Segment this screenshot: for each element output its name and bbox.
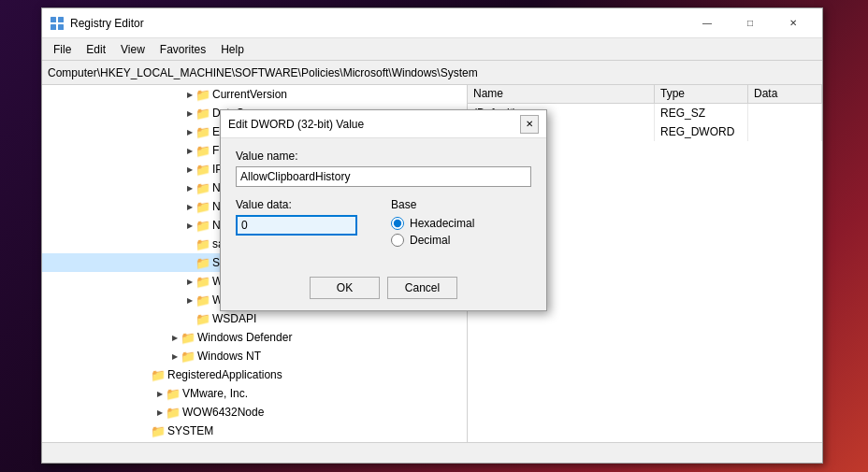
status-bar	[42, 442, 822, 463]
dialog-title: Edit DWORD (32-bit) Value	[228, 118, 520, 131]
svg-rect-0	[51, 17, 56, 22]
value-right: Base Hexadecimal Decimal	[391, 198, 531, 247]
cell-data-default	[748, 104, 822, 122]
svg-rect-1	[58, 17, 64, 22]
radio-decimal[interactable]: Decimal	[391, 234, 531, 247]
tree-label: Windows NT	[197, 350, 261, 363]
tree-item-windefender[interactable]: ▶ 📁 Windows Defender	[42, 328, 467, 347]
tree-item-currentversion[interactable]: ▶ 📁 CurrentVersion	[42, 85, 467, 104]
expand-icon: ▶	[184, 91, 195, 99]
folder-icon: 📁	[195, 180, 210, 195]
dialog-close-button[interactable]: ✕	[520, 115, 539, 134]
expand-icon: ▶	[184, 203, 195, 211]
cancel-button[interactable]: Cancel	[387, 277, 457, 299]
expand-icon: ▶	[154, 390, 166, 398]
radio-dec-input[interactable]	[391, 234, 404, 247]
folder-icon: 📁	[166, 386, 181, 401]
radio-hex-input[interactable]	[391, 217, 404, 230]
folder-icon: 📁	[181, 330, 195, 345]
expand-icon: ▶	[184, 278, 195, 286]
col-type-header: Type	[655, 85, 748, 103]
address-bar: Computer\HKEY_LOCAL_MACHINE\SOFTWARE\Pol…	[42, 61, 822, 85]
folder-icon: 📁	[195, 255, 210, 270]
folder-icon: 📁	[195, 87, 210, 102]
col-data-header: Data	[748, 85, 822, 103]
folder-icon: 📁	[195, 162, 210, 177]
tree-label: SYSTEM	[167, 424, 213, 437]
menu-view[interactable]: View	[113, 41, 152, 58]
folder-icon: 📁	[181, 349, 195, 364]
maximize-button[interactable]: □	[729, 8, 772, 38]
col-name-header: Name	[468, 85, 655, 103]
tree-label: WSDAPI	[212, 312, 256, 325]
folder-icon: 📁	[151, 423, 166, 438]
tree-item-winnt[interactable]: ▶ 📁 Windows NT	[42, 347, 467, 365]
minimize-button[interactable]: —	[686, 8, 729, 38]
expand-icon: ▶	[184, 147, 195, 155]
value-left: Value data:	[236, 198, 376, 247]
expand-icon: ▶	[169, 352, 181, 361]
tree-item-regapps[interactable]: 📁 RegisteredApplications	[42, 365, 467, 384]
radio-dec-label: Decimal	[410, 234, 450, 247]
menu-help[interactable]: Help	[213, 41, 252, 58]
folder-icon: 📁	[195, 274, 210, 289]
expand-icon: ▶	[184, 128, 195, 136]
edit-dword-dialog: Edit DWORD (32-bit) Value ✕ Value name: …	[220, 109, 547, 311]
value-data-label: Value data:	[236, 198, 376, 211]
menu-edit[interactable]: Edit	[79, 41, 113, 58]
value-name-input[interactable]	[236, 166, 531, 187]
app-icon	[50, 16, 65, 31]
title-bar: Registry Editor — □ ✕	[42, 8, 822, 38]
value-name-label: Value name:	[236, 150, 531, 163]
base-label: Base	[391, 198, 531, 211]
tree-item-wow[interactable]: ▶ 📁 WOW6432Node	[42, 403, 467, 422]
expand-icon: ▶	[184, 165, 195, 174]
dialog-title-bar: Edit DWORD (32-bit) Value ✕	[221, 110, 546, 138]
registry-editor-window: Registry Editor — □ ✕ File Edit View Fav…	[41, 7, 823, 464]
folder-icon: 📁	[195, 236, 210, 251]
svg-rect-3	[58, 24, 64, 30]
expand-icon: ▶	[184, 296, 195, 305]
dialog-body: Value name: Value data: Base Hexadecimal	[221, 138, 546, 273]
cell-data-clipboard	[748, 122, 822, 141]
right-panel-header: Name Type Data	[468, 85, 822, 104]
close-button[interactable]: ✕	[772, 8, 815, 38]
ok-button[interactable]: OK	[310, 277, 380, 299]
menu-favorites[interactable]: Favorites	[152, 41, 213, 58]
tree-label: RegisteredApplications	[167, 368, 282, 381]
cell-type-clipboard: REG_DWORD	[655, 122, 748, 141]
radio-group: Hexadecimal Decimal	[391, 217, 531, 247]
window-controls: — □ ✕	[686, 8, 815, 38]
expand-icon: ▶	[184, 184, 195, 193]
tree-label: VMware, Inc.	[182, 387, 248, 400]
expand-icon: ▶	[184, 109, 195, 118]
expand-icon: ▶	[169, 334, 181, 342]
folder-icon: 📁	[166, 405, 181, 420]
value-row: Value data: Base Hexadecimal	[236, 198, 531, 247]
value-data-input[interactable]	[236, 215, 357, 236]
radio-hex-label: Hexadecimal	[410, 217, 474, 230]
tree-item-system2[interactable]: 📁 SYSTEM	[42, 422, 467, 440]
folder-icon: 📁	[195, 199, 210, 214]
folder-icon: 📁	[195, 124, 210, 139]
menu-file[interactable]: File	[46, 41, 79, 58]
expand-icon: ▶	[154, 408, 166, 417]
address-path: Computer\HKEY_LOCAL_MACHINE\SOFTWARE\Pol…	[48, 66, 478, 79]
tree-label: CurrentVersion	[212, 88, 287, 101]
menu-bar: File Edit View Favorites Help	[42, 38, 822, 61]
radio-hexadecimal[interactable]: Hexadecimal	[391, 217, 531, 230]
folder-icon: 📁	[195, 106, 210, 121]
svg-rect-2	[51, 24, 56, 30]
folder-icon: 📁	[151, 367, 166, 382]
tree-item-wsdapi[interactable]: 📁 WSDAPI	[42, 309, 467, 328]
folder-icon: 📁	[195, 311, 210, 326]
cell-type-default: REG_SZ	[655, 104, 748, 122]
folder-icon: 📁	[195, 293, 210, 308]
tree-label: Windows Defender	[197, 331, 292, 344]
tree-item-vmware[interactable]: ▶ 📁 VMware, Inc.	[42, 384, 467, 403]
tree-label: WOW6432Node	[182, 406, 264, 419]
expand-icon: ▶	[184, 222, 195, 230]
folder-icon: 📁	[195, 218, 210, 233]
folder-icon: 📁	[195, 143, 210, 158]
dialog-buttons: OK Cancel	[221, 273, 546, 310]
